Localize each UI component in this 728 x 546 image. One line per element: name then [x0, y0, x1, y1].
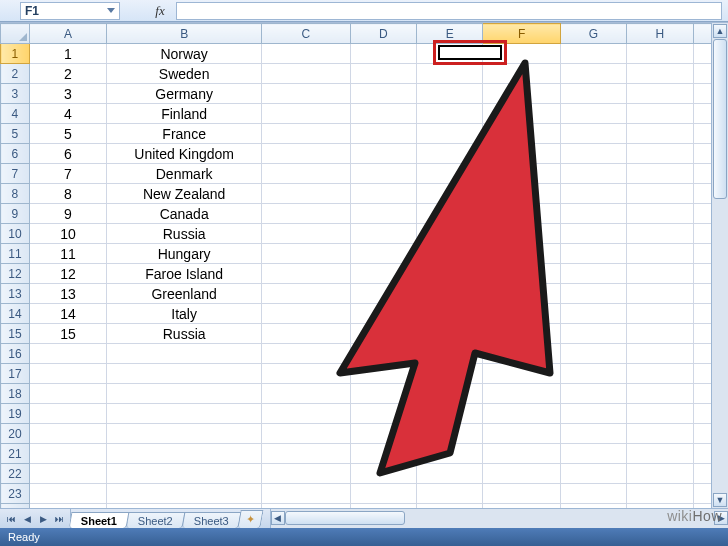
cell-A23[interactable] — [29, 484, 106, 504]
cell-C23[interactable] — [262, 484, 351, 504]
cell-D13[interactable] — [350, 284, 416, 304]
cell-G20[interactable] — [560, 424, 626, 444]
cell-D1[interactable] — [350, 44, 416, 64]
row-header[interactable]: 11 — [1, 244, 30, 264]
scroll-down-arrow-icon[interactable]: ▼ — [713, 493, 727, 507]
cell-A15[interactable]: 15 — [29, 324, 106, 344]
cell-E17[interactable] — [416, 364, 482, 384]
cell-A13[interactable]: 13 — [29, 284, 106, 304]
cell-F2[interactable] — [483, 64, 560, 84]
cell-C12[interactable] — [262, 264, 351, 284]
cell-A21[interactable] — [29, 444, 106, 464]
cell-H6[interactable] — [627, 144, 693, 164]
cell-H10[interactable] — [627, 224, 693, 244]
horizontal-scroll-thumb[interactable] — [285, 511, 405, 525]
cell-D12[interactable] — [350, 264, 416, 284]
cell-A9[interactable]: 9 — [29, 204, 106, 224]
cell-D18[interactable] — [350, 384, 416, 404]
cell-E8[interactable] — [416, 184, 482, 204]
cell-F1[interactable] — [483, 44, 560, 64]
column-header-G[interactable]: G — [560, 24, 626, 44]
cell-B18[interactable] — [107, 384, 262, 404]
row-header[interactable]: 22 — [1, 464, 30, 484]
cell-D15[interactable] — [350, 324, 416, 344]
cell-G9[interactable] — [560, 204, 626, 224]
cell-E21[interactable] — [416, 444, 482, 464]
cell-G4[interactable] — [560, 104, 626, 124]
cell-B7[interactable]: Denmark — [107, 164, 262, 184]
cell-C3[interactable] — [262, 84, 351, 104]
row-header[interactable]: 1 — [1, 44, 30, 64]
cell-A5[interactable]: 5 — [29, 124, 106, 144]
row-header[interactable]: 7 — [1, 164, 30, 184]
cell-A11[interactable]: 11 — [29, 244, 106, 264]
cell-H8[interactable] — [627, 184, 693, 204]
cell-G23[interactable] — [560, 484, 626, 504]
cell-A3[interactable]: 3 — [29, 84, 106, 104]
cell-H11[interactable] — [627, 244, 693, 264]
cell-B24[interactable] — [107, 504, 262, 509]
cell-C6[interactable] — [262, 144, 351, 164]
cell-A19[interactable] — [29, 404, 106, 424]
cell-B4[interactable]: Finland — [107, 104, 262, 124]
fx-icon[interactable]: fx — [150, 3, 170, 19]
cell-G21[interactable] — [560, 444, 626, 464]
row-header[interactable]: 10 — [1, 224, 30, 244]
row-header[interactable]: 16 — [1, 344, 30, 364]
cell-B1[interactable]: Norway — [107, 44, 262, 64]
cell-H14[interactable] — [627, 304, 693, 324]
cell-G3[interactable] — [560, 84, 626, 104]
scroll-left-arrow-icon[interactable]: ◀ — [271, 511, 285, 525]
cell-G2[interactable] — [560, 64, 626, 84]
cancel-formula-button[interactable] — [128, 3, 148, 19]
cell-G6[interactable] — [560, 144, 626, 164]
cell-B11[interactable]: Hungary — [107, 244, 262, 264]
cell-B13[interactable]: Greenland — [107, 284, 262, 304]
cell-F12[interactable] — [483, 264, 560, 284]
cell-A8[interactable]: 8 — [29, 184, 106, 204]
cell-G5[interactable] — [560, 124, 626, 144]
cell-H17[interactable] — [627, 364, 693, 384]
cell-D17[interactable] — [350, 364, 416, 384]
cell-B5[interactable]: France — [107, 124, 262, 144]
cell-F9[interactable] — [483, 204, 560, 224]
cell-D10[interactable] — [350, 224, 416, 244]
cell-F7[interactable] — [483, 164, 560, 184]
cell-F20[interactable] — [483, 424, 560, 444]
sheet-nav-button[interactable]: ⏭ — [52, 512, 66, 526]
scroll-up-arrow-icon[interactable]: ▲ — [713, 24, 727, 38]
cell-E4[interactable] — [416, 104, 482, 124]
sheet-tab-sheet2[interactable]: Sheet2 — [126, 512, 186, 528]
vertical-scrollbar[interactable]: ▲ ▼ — [711, 23, 728, 508]
cell-F15[interactable] — [483, 324, 560, 344]
cell-D14[interactable] — [350, 304, 416, 324]
cell-E10[interactable] — [416, 224, 482, 244]
cell-H7[interactable] — [627, 164, 693, 184]
cell-C1[interactable] — [262, 44, 351, 64]
cell-H22[interactable] — [627, 464, 693, 484]
row-header[interactable]: 24 — [1, 504, 30, 509]
column-header-C[interactable]: C — [262, 24, 351, 44]
cell-E6[interactable] — [416, 144, 482, 164]
cell-B6[interactable]: United Kingdom — [107, 144, 262, 164]
cell-B21[interactable] — [107, 444, 262, 464]
cell-G11[interactable] — [560, 244, 626, 264]
cell-F22[interactable] — [483, 464, 560, 484]
row-header[interactable]: 8 — [1, 184, 30, 204]
cell-B12[interactable]: Faroe Island — [107, 264, 262, 284]
cell-C4[interactable] — [262, 104, 351, 124]
cell-A16[interactable] — [29, 344, 106, 364]
sheet-tab-sheet1[interactable]: Sheet1 — [69, 512, 130, 528]
cell-D4[interactable] — [350, 104, 416, 124]
cell-A7[interactable]: 7 — [29, 164, 106, 184]
cell-F6[interactable] — [483, 144, 560, 164]
cell-B10[interactable]: Russia — [107, 224, 262, 244]
cell-H1[interactable] — [627, 44, 693, 64]
cell-D9[interactable] — [350, 204, 416, 224]
select-all-corner[interactable] — [1, 24, 30, 44]
cell-C18[interactable] — [262, 384, 351, 404]
cell-F19[interactable] — [483, 404, 560, 424]
cell-B3[interactable]: Germany — [107, 84, 262, 104]
cell-A4[interactable]: 4 — [29, 104, 106, 124]
cell-C7[interactable] — [262, 164, 351, 184]
